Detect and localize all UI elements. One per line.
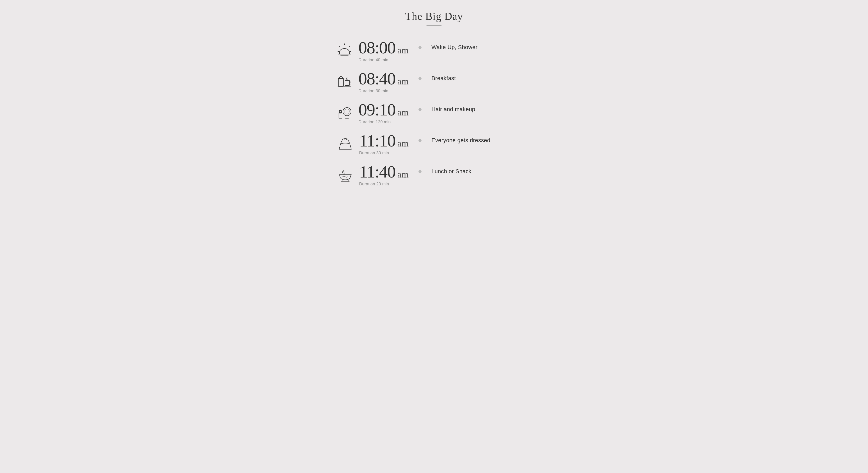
time-ampm: am: [397, 45, 409, 56]
time-display: 08:40 am: [359, 70, 409, 87]
dress-icon: [336, 135, 354, 153]
event-label: Lunch or Snack: [431, 168, 549, 175]
left-section: 08:00 am Duration 40 min: [319, 39, 416, 62]
timeline-dot: [418, 46, 422, 49]
time-ampm: am: [397, 169, 409, 180]
svg-point-18: [344, 109, 349, 114]
svg-point-15: [343, 107, 351, 116]
svg-line-2: [339, 46, 340, 47]
svg-rect-11: [345, 81, 349, 86]
duration-text: Duration 40 min: [359, 58, 388, 62]
right-section: Everyone gets dressed: [424, 132, 549, 147]
left-section: 11:40 am Duration 20 min: [319, 163, 416, 186]
time-ampm: am: [397, 107, 409, 118]
time-main: 11:40: [359, 163, 395, 180]
time-display: 09:10 am: [359, 101, 409, 118]
sunrise-icon: [336, 42, 353, 60]
left-section: 09:10 am Duration 120 min: [319, 101, 416, 124]
center-line: [416, 70, 424, 80]
timeline-dot: [418, 108, 422, 111]
event-label: Breakfast: [431, 75, 549, 82]
right-section: Hair and makeup: [424, 101, 549, 116]
time-ampm: am: [397, 76, 409, 87]
timeline-item: 08:00 am Duration 40 min Wake Up, Shower: [319, 39, 549, 62]
center-line: [416, 163, 424, 173]
event-divider: [431, 85, 482, 85]
right-section: Wake Up, Shower: [424, 39, 549, 54]
time-main: 09:10: [359, 101, 395, 118]
event-divider: [431, 116, 482, 116]
duration-text: Duration 30 min: [359, 89, 388, 93]
center-line: [416, 101, 424, 111]
timeline-dot: [418, 170, 422, 173]
timeline-item: 11:40 am Duration 20 min Lunch or Snack: [319, 163, 549, 186]
food-icon: [336, 166, 354, 184]
title-divider: [426, 25, 442, 26]
right-section: Breakfast: [424, 70, 549, 85]
event-label: Everyone gets dressed: [431, 137, 549, 144]
event-label: Hair and makeup: [431, 106, 549, 113]
svg-rect-13: [339, 113, 342, 118]
timeline-item: 09:10 am Duration 120 min Hair and makeu…: [319, 101, 549, 124]
duration-text: Duration 30 min: [359, 151, 389, 155]
time-section: 08:00 am Duration 40 min: [359, 39, 409, 62]
timeline-item: 11:10 am Duration 30 min Everyone gets d…: [319, 132, 549, 155]
makeup-icon: [336, 104, 353, 122]
time-section: 11:40 am Duration 20 min: [359, 163, 409, 186]
duration-text: Duration 120 min: [359, 120, 391, 124]
time-main: 08:40: [359, 70, 395, 87]
svg-rect-8: [338, 78, 343, 86]
time-main: 11:10: [359, 132, 395, 149]
page-title: The Big Day: [405, 10, 463, 22]
timeline-container: 08:00 am Duration 40 min Wake Up, Shower: [319, 39, 549, 194]
right-section: Lunch or Snack: [424, 163, 549, 178]
center-line: [416, 39, 424, 49]
center-line: [416, 132, 424, 142]
time-display: 11:40 am: [359, 163, 409, 180]
left-section: 08:40 am Duration 30 min: [319, 70, 416, 93]
left-section: 11:10 am Duration 30 min: [319, 132, 416, 155]
time-main: 08:00: [359, 39, 395, 56]
time-section: 09:10 am Duration 120 min: [359, 101, 409, 124]
timeline-item: 08:40 am Duration 30 min Breakfast: [319, 70, 549, 93]
event-divider: [431, 54, 482, 54]
time-ampm: am: [397, 138, 409, 149]
event-label: Wake Up, Shower: [431, 44, 549, 51]
page-container: The Big Day: [319, 10, 549, 194]
time-section: 11:10 am Duration 30 min: [359, 132, 409, 155]
timeline-dot: [418, 139, 422, 142]
timeline-dot: [418, 77, 422, 80]
breakfast-icon: [336, 73, 353, 91]
time-section: 08:40 am Duration 30 min: [359, 70, 409, 93]
duration-text: Duration 20 min: [359, 182, 389, 186]
time-display: 11:10 am: [359, 132, 409, 149]
time-display: 08:00 am: [359, 39, 409, 56]
svg-line-1: [349, 46, 350, 47]
